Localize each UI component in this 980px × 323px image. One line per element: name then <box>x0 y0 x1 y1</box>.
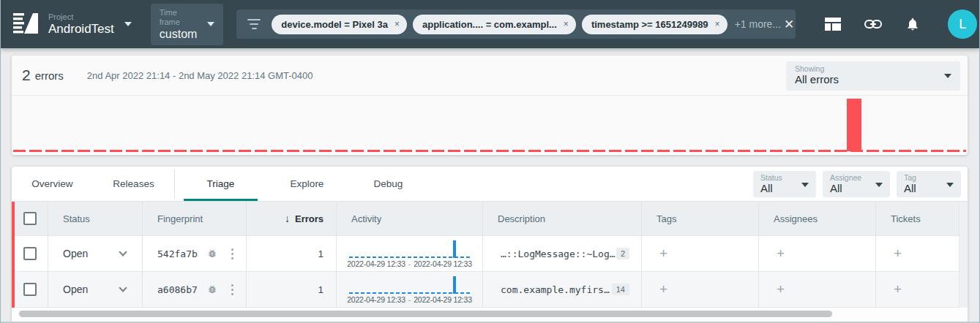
chart-baseline <box>13 150 966 152</box>
tab-triage[interactable]: Triage <box>175 167 266 201</box>
more-filters[interactable]: +1 more... <box>735 18 781 30</box>
table-header-row: Status Fingerprint ↓ Errors Activity Des… <box>12 202 959 236</box>
column-header-description[interactable]: Description <box>483 202 642 236</box>
chevron-down-icon <box>946 183 954 187</box>
row-checkbox[interactable] <box>23 247 37 260</box>
tab-overview[interactable]: Overview <box>12 167 93 201</box>
column-header-fingerprint[interactable]: Fingerprint <box>143 202 247 236</box>
fingerprint-cell: 542fa7b <box>143 236 247 272</box>
errors-count-cell: 1 <box>247 272 337 308</box>
horizontal-scrollbar[interactable] <box>12 309 968 321</box>
timeframe-label: Time frame <box>160 8 198 27</box>
row-menu-icon[interactable] <box>231 289 233 291</box>
showing-label: Showing <box>795 64 951 73</box>
bug-icon[interactable] <box>207 284 217 294</box>
errors-table: Status Fingerprint ↓ Errors Activity Des… <box>12 202 968 308</box>
timeframe-value: custom <box>160 27 198 41</box>
filter-chip-application[interactable]: application.... = com.exampl... × <box>413 15 576 34</box>
status-filter-label: Status <box>760 173 809 182</box>
bell-icon[interactable] <box>905 17 920 31</box>
project-label: Project <box>48 12 114 22</box>
vertical-scrollbar-gutter <box>959 202 968 308</box>
column-header-activity[interactable]: Activity <box>337 202 483 236</box>
filter-bar[interactable]: device.model = Pixel 3a × application...… <box>236 10 796 39</box>
user-avatar[interactable]: L <box>948 10 977 39</box>
add-ticket-button[interactable]: + <box>894 281 902 297</box>
assignees-cell: + <box>759 272 876 308</box>
chip-close-icon[interactable]: × <box>394 19 400 29</box>
showing-dropdown[interactable]: Showing All errors <box>786 61 960 91</box>
description-text: …::LogMessage::~LogMes… <box>501 248 616 259</box>
add-assignee-button[interactable]: + <box>777 281 785 297</box>
description-cell: com.example.myfirstapp… 14 <box>483 272 642 308</box>
activity-dates: 2022-04-29 12:33-2022-04-29 12:33 <box>347 259 472 268</box>
timeframe-selector[interactable]: Time frame custom <box>151 4 224 45</box>
occurrence-badge: 14 <box>612 284 629 295</box>
status-filter-dropdown[interactable]: Status All <box>753 171 816 197</box>
assignee-filter-dropdown[interactable]: Assignee All <box>823 171 890 197</box>
row-menu-icon[interactable] <box>231 253 233 255</box>
horizontal-scrollbar-thumb[interactable] <box>19 311 832 317</box>
tab-debug[interactable]: Debug <box>348 167 429 201</box>
chevron-down-icon <box>875 183 883 187</box>
error-count-unit: errors <box>35 69 64 82</box>
filter-chip-text: device.model = Pixel 3a <box>281 19 388 30</box>
activity-sparkline <box>349 239 471 258</box>
add-assignee-button[interactable]: + <box>777 246 785 262</box>
assignee-filter-label: Assignee <box>830 173 883 182</box>
project-name: AndroidTest <box>48 22 114 37</box>
filter-chip-timestamp[interactable]: timestamp >= 1651249989 × <box>582 15 727 34</box>
status-value: Open <box>63 284 88 295</box>
fingerprint-cell: a6086b7 <box>143 272 247 308</box>
tag-filter-dropdown[interactable]: Tag All <box>897 171 961 197</box>
activity-cell: 2022-04-29 12:33-2022-04-29 12:33 <box>337 272 483 308</box>
column-header-tags[interactable]: Tags <box>642 202 759 236</box>
row-checkbox[interactable] <box>23 283 37 296</box>
tabs-row: Overview Releases Triage Explore Debug S… <box>12 167 968 202</box>
errors-timeline-chart <box>12 96 968 154</box>
chip-close-icon[interactable]: × <box>564 19 569 29</box>
assignees-cell: + <box>759 236 876 272</box>
status-cell[interactable]: Open <box>48 272 143 308</box>
tag-filter-label: Tag <box>904 173 954 182</box>
occurrence-badge: 2 <box>616 248 629 259</box>
tickets-cell: + <box>876 236 959 272</box>
column-header-tickets[interactable]: Tickets <box>876 202 959 236</box>
dashboard-icon[interactable] <box>825 18 841 31</box>
app-logo-icon[interactable] <box>13 12 40 36</box>
column-header-assignees[interactable]: Assignees <box>759 202 876 236</box>
table-row: Open a6086b7 1 2022-04-29 12:33-2022-04-… <box>12 272 959 308</box>
add-tag-button[interactable]: + <box>659 246 667 262</box>
chevron-down-icon <box>207 22 214 26</box>
link-icon[interactable] <box>864 20 882 28</box>
add-ticket-button[interactable]: + <box>894 246 902 262</box>
fingerprint-value: 542fa7b <box>157 248 198 259</box>
date-range: 2nd Apr 2022 21:14 - 2nd May 2022 21:14 … <box>87 70 313 81</box>
filter-icon <box>247 19 261 29</box>
chip-close-icon[interactable]: × <box>715 19 720 29</box>
column-header-errors[interactable]: ↓ Errors <box>247 202 337 236</box>
tab-explore[interactable]: Explore <box>266 167 348 201</box>
column-header-status[interactable]: Status <box>48 202 143 236</box>
tab-releases[interactable]: Releases <box>93 167 174 201</box>
filter-chip-device-model[interactable]: device.model = Pixel 3a × <box>272 15 407 34</box>
filter-chip-text: timestamp >= 1651249989 <box>591 19 708 30</box>
select-all-checkbox[interactable] <box>23 212 37 225</box>
chevron-down-icon <box>119 284 127 292</box>
errors-count-cell: 1 <box>247 236 337 272</box>
top-bar: Project AndroidTest Time frame custom de… <box>0 0 980 48</box>
severity-strip <box>12 202 15 308</box>
chevron-down-icon <box>124 22 132 26</box>
clear-filters-icon[interactable]: ✕ <box>781 14 797 35</box>
add-tag-button[interactable]: + <box>659 281 667 297</box>
column-header-errors-label: Errors <box>295 213 323 224</box>
showing-value: All errors <box>795 73 951 86</box>
status-value: Open <box>63 248 88 259</box>
chevron-down-icon <box>944 74 951 78</box>
status-cell[interactable]: Open <box>48 236 143 272</box>
bug-icon[interactable] <box>207 248 217 259</box>
table-row: Open 542fa7b 1 2022-04-29 12:33-2022-04-… <box>12 236 959 272</box>
activity-cell: 2022-04-29 12:33-2022-04-29 12:33 <box>337 236 483 272</box>
chart-error-bar[interactable] <box>847 99 861 151</box>
project-selector[interactable]: Project AndroidTest <box>48 12 132 37</box>
